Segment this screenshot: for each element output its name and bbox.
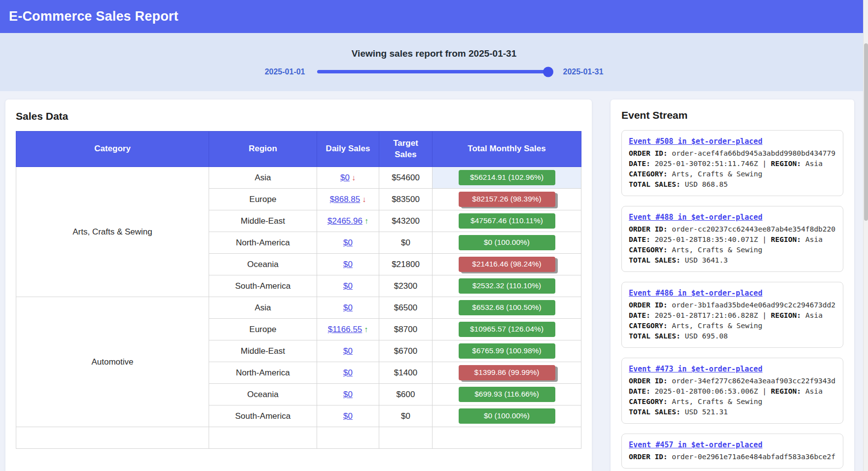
target-sales-cell: $21800 <box>379 254 433 275</box>
event-date-region-line: DATE: 2025-01-28T18:35:40.071Z | REGION:… <box>629 235 836 245</box>
event-card: Event #488 in $et-order-placed ORDER ID:… <box>621 206 843 272</box>
order-id-label: ORDER ID: <box>629 149 668 157</box>
total-sales-badge: $0 (100.00%) <box>459 408 555 424</box>
category-value: Arts, Crafts & Sewing <box>672 170 762 178</box>
daily-sales-link[interactable]: $0 <box>343 303 353 312</box>
date-range-slider[interactable] <box>317 70 551 73</box>
report-date-title: Viewing sales report from 2025-01-31 <box>352 48 516 59</box>
daily-sales-link[interactable]: $0 <box>343 238 353 247</box>
daily-sales-cell: $868.85↓ <box>317 189 379 210</box>
order-id-value: order-0e2961e71a6e484abfadf583a36bce2f <box>672 453 835 461</box>
target-sales-cell: $83500 <box>379 189 433 210</box>
category-label: CATEGORY: <box>629 170 668 178</box>
order-id-value: order-34ef277c862e4a3eaaf903cc22f9343d <box>672 377 835 385</box>
page-scrollbar[interactable] <box>863 0 868 471</box>
total-sales-badge: $0 (100.00%) <box>459 235 555 250</box>
event-category-line: CATEGORY: Arts, Crafts & Sewing <box>629 321 836 331</box>
region-cell: South-America <box>209 405 317 427</box>
region-cell: Oceania <box>209 254 317 275</box>
daily-sales-link[interactable]: $1166.55 <box>328 325 362 334</box>
daily-sales-link[interactable]: $0 <box>343 260 353 269</box>
event-link[interactable]: Event #473 in $et-order-placed <box>629 364 762 374</box>
total-monthly-sales-cell: $47567.46 (110.11%) <box>433 210 581 232</box>
pipe-separator: | <box>762 160 767 168</box>
date-label: DATE: <box>629 160 651 168</box>
event-card: Event #486 in $et-order-placed ORDER ID:… <box>621 282 843 348</box>
total-sales-label: TOTAL SALES: <box>629 332 681 340</box>
target-sales-cell: $0 <box>379 405 433 427</box>
daily-sales-cell: $0 <box>317 275 379 297</box>
total-sales-badge: $21416.46 (98.24%) <box>459 257 555 272</box>
total-sales-value: USD 521.31 <box>685 408 728 416</box>
date-value: 2025-01-30T02:51:11.746Z <box>654 160 758 168</box>
date-label: DATE: <box>629 387 651 395</box>
target-sales-cell: $8700 <box>379 319 433 340</box>
daily-sales-link[interactable]: $0 <box>343 346 353 356</box>
event-stream-panel: Event Stream Event #508 in $et-order-pla… <box>611 100 854 471</box>
total-sales-badge: $699.93 (116.66%) <box>459 387 555 402</box>
daily-sales-cell: $0 <box>317 254 379 275</box>
total-monthly-sales-cell: $0 (100.00%) <box>433 405 581 427</box>
target-sales-cell: $6700 <box>379 340 433 362</box>
daily-sales-cell: $0 <box>317 340 379 362</box>
event-link[interactable]: Event #488 in $et-order-placed <box>629 212 762 222</box>
column-header-daily-sales: Daily Sales <box>317 132 379 167</box>
total-monthly-sales-cell: $82157.26 (98.39%) <box>433 189 581 210</box>
event-link[interactable]: Event #486 in $et-order-placed <box>629 288 762 298</box>
page-scrollbar-thumb[interactable] <box>864 43 868 221</box>
total-sales-value: USD 3641.3 <box>685 256 728 264</box>
target-sales-cell: $600 <box>379 384 433 405</box>
region-value: Asia <box>805 311 823 319</box>
event-category-line: CATEGORY: Arts, Crafts & Sewing <box>629 397 836 407</box>
total-sales-badge: $6765.99 (100.98%) <box>459 343 555 359</box>
daily-sales-link[interactable]: $0 <box>343 411 353 421</box>
order-id-label: ORDER ID: <box>629 301 668 309</box>
event-total-sales-line: TOTAL SALES: USD 3641.3 <box>629 255 836 266</box>
total-monthly-sales-cell: $6532.68 (100.50%) <box>433 297 581 319</box>
total-monthly-sales-cell: $2532.32 (110.10%) <box>433 275 581 297</box>
total-sales-badge: $47567.46 (110.11%) <box>459 213 555 229</box>
daily-sales-cell: $1166.55↑ <box>317 319 379 340</box>
target-sales-cell: $6500 <box>379 297 433 319</box>
region-label: REGION: <box>771 236 801 243</box>
daily-sales-cell: $0 <box>317 362 379 384</box>
region-cell: South-America <box>209 275 317 297</box>
daily-sales-link[interactable]: $2465.96 <box>327 216 362 226</box>
category-label: CATEGORY: <box>629 322 668 330</box>
event-total-sales-line: TOTAL SALES: USD 868.85 <box>629 179 836 190</box>
daily-sales-link[interactable]: $0 <box>343 281 353 291</box>
target-sales-cell: $43200 <box>379 210 433 232</box>
daily-sales-link[interactable]: $0 <box>343 368 353 377</box>
target-sales-cell: $1400 <box>379 362 433 384</box>
main-content: Sales Data Category Region Daily Sales T… <box>0 91 868 471</box>
pipe-separator: | <box>762 236 767 243</box>
total-sales-value: USD 868.85 <box>685 180 728 188</box>
region-label: REGION: <box>771 160 801 168</box>
slider-handle[interactable] <box>543 67 553 77</box>
region-cell: Asia <box>209 167 317 189</box>
daily-sales-link[interactable]: $0 <box>340 173 350 182</box>
event-link[interactable]: Event #457 in $et-order-placed <box>629 440 762 450</box>
empty-cell <box>379 427 433 449</box>
slider-max-label: 2025-01-31 <box>563 67 604 76</box>
sales-data-heading: Sales Data <box>16 110 581 122</box>
target-sales-cell: $0 <box>379 232 433 254</box>
event-date-region-line: DATE: 2025-01-30T02:51:11.746Z | REGION:… <box>629 159 836 169</box>
report-controls: Viewing sales report from 2025-01-31 202… <box>0 33 868 91</box>
region-cell: Europe <box>209 319 317 340</box>
page-title: E-Commerce Sales Report <box>9 9 179 24</box>
total-sales-badge: $10965.57 (126.04%) <box>459 322 555 337</box>
daily-sales-link[interactable]: $868.85 <box>330 195 360 204</box>
sales-table-body: Arts, Crafts & Sewing Asia $0↓ $54600 $5… <box>16 167 581 449</box>
total-monthly-sales-cell: $0 (100.00%) <box>433 232 581 254</box>
event-link[interactable]: Event #508 in $et-order-placed <box>629 136 762 146</box>
region-cell: Oceania <box>209 384 317 405</box>
event-date-region-line: DATE: 2025-01-28T00:06:53.006Z | REGION:… <box>629 386 836 397</box>
region-value: Asia <box>805 236 823 243</box>
daily-sales-link[interactable]: $0 <box>343 390 353 399</box>
event-card: Event #473 in $et-order-placed ORDER ID:… <box>621 358 843 424</box>
region-label: REGION: <box>771 387 801 395</box>
pipe-separator: | <box>762 387 767 395</box>
date-value: 2025-01-28T17:21:06.828Z <box>654 311 758 319</box>
table-row <box>16 427 581 449</box>
